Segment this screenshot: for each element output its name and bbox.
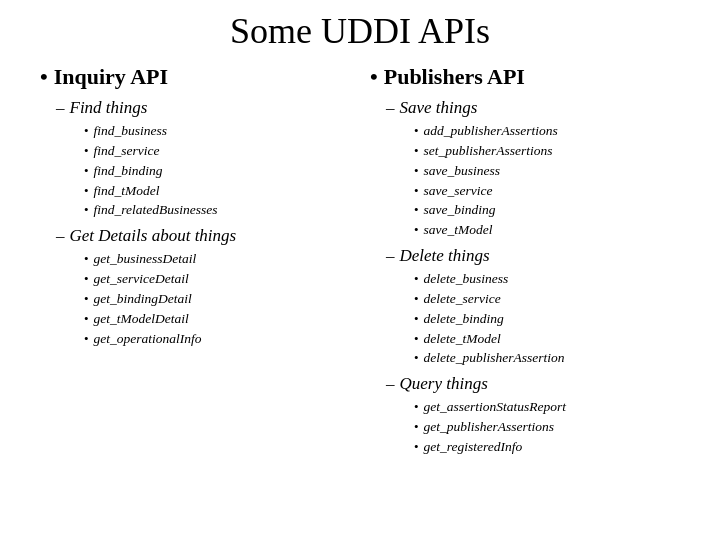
- inquiry-col: • Inquiry API – Find things find_busines…: [30, 64, 360, 463]
- delete-things-list: delete_business delete_service delete_bi…: [414, 269, 680, 368]
- list-item: get_assertionStatusReport: [414, 397, 680, 417]
- list-item: get_operationalInfo: [84, 329, 350, 349]
- get-details-label: Get Details about things: [70, 226, 237, 246]
- query-dash: –: [386, 374, 395, 394]
- list-item: find_binding: [84, 161, 350, 181]
- find-dash: –: [56, 98, 65, 118]
- list-item: delete_service: [414, 289, 680, 309]
- publishers-col: • Publishers API – Save things add_publi…: [360, 64, 690, 463]
- publishers-label: Publishers API: [384, 64, 525, 90]
- list-item: get_bindingDetail: [84, 289, 350, 309]
- publishers-heading: • Publishers API: [370, 64, 680, 90]
- find-things-label: Find things: [70, 98, 148, 118]
- inquiry-bullet: •: [40, 64, 48, 90]
- publishers-query-section: – Query things get_assertionStatusReport…: [386, 374, 680, 457]
- find-things-list: find_business find_service find_binding …: [84, 121, 350, 220]
- list-item: save_business: [414, 161, 680, 181]
- delete-things-heading: – Delete things: [386, 246, 680, 266]
- inquiry-heading: • Inquiry API: [40, 64, 350, 90]
- save-things-heading: – Save things: [386, 98, 680, 118]
- query-things-list: get_assertionStatusReport get_publisherA…: [414, 397, 680, 457]
- list-item: delete_tModel: [414, 329, 680, 349]
- query-things-heading: – Query things: [386, 374, 680, 394]
- get-details-heading: – Get Details about things: [56, 226, 350, 246]
- list-item: get_tModelDetail: [84, 309, 350, 329]
- delete-things-label: Delete things: [400, 246, 490, 266]
- get-details-dash: –: [56, 226, 65, 246]
- list-item: get_businessDetail: [84, 249, 350, 269]
- find-things-heading: – Find things: [56, 98, 350, 118]
- save-things-label: Save things: [400, 98, 478, 118]
- list-item: delete_business: [414, 269, 680, 289]
- page-title: Some UDDI APIs: [30, 10, 690, 52]
- get-details-list: get_businessDetail get_serviceDetail get…: [84, 249, 350, 348]
- list-item: get_publisherAssertions: [414, 417, 680, 437]
- publishers-bullet: •: [370, 64, 378, 90]
- list-item: find_business: [84, 121, 350, 141]
- list-item: get_registeredInfo: [414, 437, 680, 457]
- list-item: save_service: [414, 181, 680, 201]
- delete-dash: –: [386, 246, 395, 266]
- inquiry-details-section: – Get Details about things get_businessD…: [56, 226, 350, 348]
- list-item: find_relatedBusinesses: [84, 200, 350, 220]
- save-dash: –: [386, 98, 395, 118]
- inquiry-find-section: – Find things find_business find_service…: [56, 98, 350, 220]
- list-item: save_tModel: [414, 220, 680, 240]
- list-item: get_serviceDetail: [84, 269, 350, 289]
- list-item: set_publisherAssertions: [414, 141, 680, 161]
- query-things-label: Query things: [400, 374, 488, 394]
- inquiry-label: Inquiry API: [54, 64, 168, 90]
- publishers-delete-section: – Delete things delete_business delete_s…: [386, 246, 680, 368]
- list-item: find_service: [84, 141, 350, 161]
- list-item: add_publisherAssertions: [414, 121, 680, 141]
- list-item: delete_binding: [414, 309, 680, 329]
- list-item: save_binding: [414, 200, 680, 220]
- two-column-layout: • Inquiry API – Find things find_busines…: [30, 64, 690, 463]
- list-item: delete_publisherAssertion: [414, 348, 680, 368]
- page: Some UDDI APIs • Inquiry API – Find thin…: [0, 0, 720, 540]
- save-things-list: add_publisherAssertions set_publisherAss…: [414, 121, 680, 240]
- list-item: find_tModel: [84, 181, 350, 201]
- publishers-save-section: – Save things add_publisherAssertions se…: [386, 98, 680, 240]
